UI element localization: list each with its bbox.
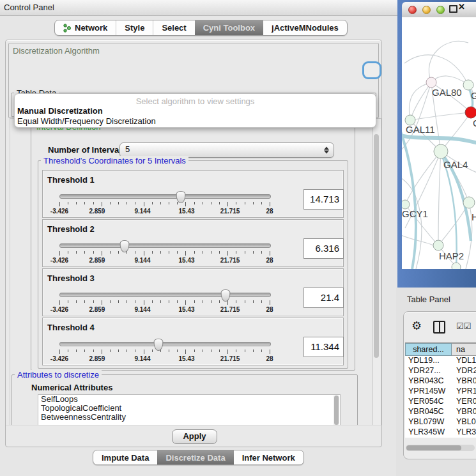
list-item[interactable]: TopologicalCoefficient	[38, 404, 340, 413]
popup-hint-item[interactable]: Select algorithm to view settings	[15, 96, 376, 106]
scale-label: 15.43	[179, 208, 195, 215]
tab-label: Infer Network	[242, 453, 295, 463]
table-row[interactable]: YDL19...YDL1	[405, 356, 476, 366]
cell-name: YPR1	[452, 387, 476, 397]
tab-jactivemnodules[interactable]: jActiveMNodules	[263, 20, 347, 35]
scale-label: 21.715	[220, 306, 240, 313]
column-header-name[interactable]: na	[452, 343, 476, 356]
threshold-label: Threshold 4	[47, 323, 95, 332]
network-node[interactable]	[452, 263, 461, 269]
list-scrollbar[interactable]	[334, 395, 339, 426]
table-row[interactable]: YBR045CYBR0	[405, 407, 476, 417]
control-panel-title: Control Panel	[4, 3, 54, 12]
tab-network[interactable]: Network	[55, 20, 116, 35]
slider-thumb[interactable]	[176, 191, 186, 203]
apply-button[interactable]: Apply	[172, 429, 217, 444]
tick-mark	[169, 300, 169, 303]
network-canvas[interactable]: GAL80GACGAL11GAL4GCY1HHAP2	[402, 17, 476, 269]
tab-label: Cyni Toolbox	[203, 23, 255, 33]
tab-impute-data[interactable]: Impute Data	[93, 450, 157, 464]
mac-minimize-icon[interactable]	[422, 6, 431, 14]
gear-icon[interactable]: ⚙	[411, 319, 422, 333]
algorithm-combo-focus-ring[interactable]	[362, 61, 381, 79]
network-node-c[interactable]	[465, 107, 476, 118]
scrollbar-thumb[interactable]	[374, 134, 379, 358]
mac-close-icon[interactable]	[408, 6, 417, 14]
threshold-box-3: Threshold 3-3.4262.8599.14415.4321.71528…	[42, 268, 344, 316]
threshold-slider[interactable]: -3.4262.8599.14415.4321.71528	[59, 289, 270, 314]
tick-mark	[270, 251, 270, 256]
table-row[interactable]: YBR043CYBR0	[405, 376, 476, 387]
threshold-slider[interactable]: -3.4262.8599.14415.4321.71528	[59, 191, 270, 215]
tick-mark	[135, 300, 135, 303]
popup-item-2[interactable]: Equal Width/Frequency Discretization	[17, 116, 374, 126]
network-node-ga[interactable]	[463, 80, 473, 90]
float-window-icon[interactable]	[449, 5, 457, 13]
cell-name: YLR3	[452, 427, 476, 438]
tick-mark	[118, 349, 119, 352]
threshold-slider[interactable]: -3.4262.8599.14415.4321.71528	[59, 240, 270, 265]
network-node-hap2[interactable]	[433, 240, 443, 250]
tab-select[interactable]: Select	[153, 20, 194, 35]
list-item[interactable]: SelfLoops	[38, 395, 340, 404]
number-of-intervals-value: 5	[125, 144, 130, 154]
list-item[interactable]: BetweennessCentrality	[38, 413, 340, 422]
cell-name: YBR0	[452, 407, 476, 417]
network-node-h[interactable]	[463, 197, 475, 208]
scale-label: 2.859	[89, 257, 105, 264]
tick-mark	[253, 251, 254, 254]
column-header-shared-name[interactable]: shared...	[405, 343, 452, 356]
tick-mark	[270, 202, 270, 206]
threshold-slider[interactable]: -3.4262.8599.14415.4321.71528	[59, 339, 270, 363]
tick-mark	[110, 202, 111, 204]
mac-zoom-icon[interactable]	[436, 6, 445, 14]
popup-item-1[interactable]: Manual Discretization	[17, 106, 374, 116]
table-row[interactable]: YDR27...YDR2	[405, 366, 476, 376]
tab-label: jActiveMNodules	[272, 23, 339, 33]
scale-label: 21.715	[220, 208, 240, 215]
split-view-icon[interactable]	[433, 321, 445, 334]
tick-mark	[135, 349, 135, 352]
node-label: GAL80	[432, 87, 462, 98]
table-row[interactable]: YPR145WYPR1	[405, 387, 476, 397]
table-row[interactable]: YER054CYER0	[405, 397, 476, 407]
tab-style[interactable]: Style	[116, 20, 153, 35]
tick-mark	[59, 300, 60, 305]
cell-name: YDL1	[452, 356, 476, 366]
cell-name: YER0	[452, 397, 476, 407]
tick-mark	[185, 202, 186, 206]
tick-mark	[59, 251, 60, 256]
node-table: shared... na YDL19...YDL1YDR27...YDR2YBR…	[405, 342, 476, 438]
threshold-value-field[interactable]: 21.4	[303, 288, 344, 308]
screen: Control Panel ✕ NetworkStyleSelectCyni T…	[0, 0, 476, 476]
table-horizontal-scrollbar[interactable]	[406, 445, 475, 451]
scrollbar-thumb[interactable]	[406, 445, 461, 450]
network-node-gcy1[interactable]	[402, 200, 410, 209]
table-row[interactable]: YBL079WYBL0	[405, 417, 476, 427]
numerical-attributes-list[interactable]: SelfLoopsTopologicalCoefficientBetweenne…	[38, 394, 341, 426]
tab-infer-network[interactable]: Infer Network	[234, 450, 303, 464]
tick-mark	[118, 202, 119, 204]
settings-vertical-scrollbar[interactable]	[372, 118, 381, 426]
close-icon[interactable]: ✕	[458, 2, 465, 12]
slider-thumb[interactable]	[153, 339, 163, 351]
tick-mark	[194, 349, 195, 352]
tick-mark	[152, 300, 153, 303]
slider-thumb[interactable]	[119, 240, 129, 252]
threshold-value-field[interactable]: 11.344	[303, 337, 344, 357]
settings-scroll-pane: Interval Definition Number of Intervals …	[10, 118, 372, 426]
tick-mark	[169, 202, 169, 204]
tab-discretize-data[interactable]: Discretize Data	[157, 450, 233, 464]
table-row[interactable]: YLR345WYLR3	[405, 427, 476, 438]
network-node-gal80[interactable]	[426, 77, 436, 88]
threshold-value-field[interactable]: 6.316	[303, 238, 344, 259]
checkbox-columns-icon[interactable]: ☑☑	[456, 321, 471, 331]
tick-mark	[261, 300, 262, 303]
slider-thumb[interactable]	[220, 289, 230, 302]
threshold-value-field[interactable]: 14.713	[303, 189, 344, 210]
tab-cyni-toolbox[interactable]: Cyni Toolbox	[195, 20, 263, 35]
network-node-gal4[interactable]	[434, 144, 448, 158]
network-window: GAL80GACGAL11GAL4GCY1HHAP2	[397, 0, 476, 288]
tick-mark	[227, 349, 228, 354]
cell-shared-name: YBR043C	[405, 376, 452, 387]
